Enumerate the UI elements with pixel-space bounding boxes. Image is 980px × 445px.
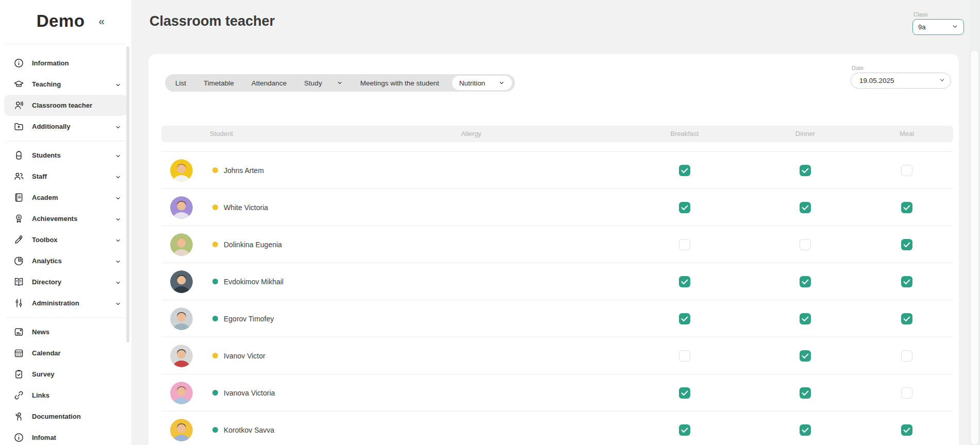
sidebar-item-links[interactable]: Links: [4, 385, 127, 406]
sidebar-item-news[interactable]: News: [4, 321, 127, 343]
breakfast-checkbox[interactable]: [679, 239, 690, 250]
sidebar-item-classroom-teacher[interactable]: Classroom teacher: [4, 95, 127, 116]
breakfast-checkbox[interactable]: [679, 276, 690, 287]
dinner-checkbox[interactable]: [800, 239, 811, 250]
date-select[interactable]: 19.05.2025: [851, 73, 951, 89]
dinner-checkbox[interactable]: [800, 313, 811, 324]
breakfast-checkbox[interactable]: [679, 350, 690, 362]
student-name: Korotkov Savva: [224, 426, 274, 434]
meal-checkbox[interactable]: [901, 202, 912, 213]
sidebar-item-achievements[interactable]: Achievements: [4, 208, 127, 229]
meal-checkbox[interactable]: [901, 313, 912, 324]
column-header-allergy: Allergy: [461, 130, 481, 138]
sidebar-item-analytics[interactable]: Analytics: [4, 250, 127, 271]
sidebar-item-label: Information: [32, 59, 69, 67]
sidebar-item-infomat[interactable]: Infomat: [4, 427, 127, 445]
table-row: Johns Artem: [161, 151, 953, 189]
sidebar-item-information[interactable]: Information: [4, 53, 127, 74]
sidebar-scrollbar[interactable]: [126, 46, 129, 343]
sidebar-item-staff[interactable]: Staff: [4, 166, 127, 187]
meal-checkbox[interactable]: [901, 424, 912, 436]
meal-checkbox[interactable]: [901, 387, 912, 399]
content-card: ListTimetableAttendanceStudyMeetings wit…: [148, 54, 959, 445]
sidebar-collapse-icon[interactable]: «: [98, 15, 105, 26]
sidebar-item-additionally[interactable]: Additionally: [4, 116, 127, 137]
sidebar-item-label: Teaching: [32, 80, 61, 88]
student-name: Egorov Timofey: [224, 315, 274, 323]
sidebar-item-calendar[interactable]: Calendar: [4, 343, 127, 364]
sidebar-item-label: Administration: [32, 299, 79, 307]
chevron-down-icon: [499, 80, 505, 86]
avatar: [170, 159, 193, 182]
infomat-icon: [13, 432, 24, 443]
additionally-icon: [13, 121, 24, 132]
dinner-checkbox[interactable]: [800, 350, 811, 362]
chevron-down-icon: [115, 173, 121, 182]
meal-checkbox[interactable]: [901, 165, 912, 176]
tab-label: Study: [304, 79, 322, 87]
page-title: Classroom teacher: [150, 13, 275, 29]
tab-list[interactable]: List: [167, 79, 195, 87]
dropdown-value: Nutrition: [459, 79, 485, 87]
sidebar-item-administration[interactable]: Administration: [4, 293, 127, 314]
avatar: [170, 382, 193, 404]
dinner-checkbox[interactable]: [800, 424, 811, 436]
sidebar-item-toolbox[interactable]: Toolbox: [4, 229, 127, 250]
chevron-down-icon: [337, 80, 343, 86]
tab-timetable[interactable]: Timetable: [195, 79, 243, 87]
dinner-checkbox[interactable]: [800, 165, 811, 176]
status-dot: [212, 390, 218, 396]
sidebar-item-label: Calendar: [32, 349, 61, 357]
sidebar-item-teaching[interactable]: Teaching: [4, 74, 127, 95]
breakfast-checkbox[interactable]: [679, 387, 690, 399]
chevron-down-icon: [952, 23, 958, 31]
dinner-checkbox[interactable]: [800, 276, 811, 287]
table-body: Johns ArtemWhite VictoriaDolinkina Eugen…: [161, 151, 953, 445]
tab-study[interactable]: Study: [295, 79, 352, 87]
breakfast-checkbox[interactable]: [679, 313, 690, 324]
tab-label: List: [175, 79, 186, 87]
breakfast-checkbox[interactable]: [679, 424, 690, 436]
nutrition-dropdown[interactable]: Nutrition: [452, 76, 512, 90]
meal-checkbox[interactable]: [901, 276, 912, 287]
tab-label: Timetable: [204, 79, 234, 87]
sidebar-item-documentation[interactable]: Documentation: [4, 406, 127, 427]
breakfast-checkbox[interactable]: [679, 202, 690, 213]
chevron-down-icon: [939, 77, 945, 85]
status-dot: [212, 242, 218, 247]
meal-checkbox[interactable]: [901, 350, 912, 362]
students-icon: [13, 150, 24, 161]
table-row: White Victoria: [161, 189, 953, 226]
sidebar-item-survey[interactable]: Survey: [4, 364, 127, 385]
sidebar-item-directory[interactable]: Directory: [4, 271, 127, 293]
sidebar-item-students[interactable]: Students: [4, 145, 127, 166]
table-row: Ivanov Victor: [161, 337, 953, 374]
page-scrollbar-thumb[interactable]: [970, 50, 979, 445]
documentation-icon: [13, 411, 24, 422]
breakfast-checkbox[interactable]: [679, 165, 690, 176]
chevron-down-icon: [115, 258, 121, 267]
meal-checkbox[interactable]: [901, 239, 912, 250]
class-select[interactable]: 9a: [912, 19, 964, 35]
chevron-down-icon: [115, 152, 121, 161]
tab-bar: ListTimetableAttendanceStudyMeetings wit…: [165, 74, 515, 92]
chevron-down-icon: [115, 123, 121, 132]
sidebar-item-label: Students: [32, 151, 61, 159]
status-dot: [212, 316, 218, 321]
tab-attendance[interactable]: Attendance: [243, 79, 295, 87]
student-name: Dolinkina Eugenia: [224, 241, 282, 249]
dinner-checkbox[interactable]: [800, 387, 811, 399]
table-row: Dolinkina Eugenia: [161, 226, 953, 263]
date-select-value: 19.05.2025: [859, 77, 894, 84]
sidebar-item-label: Infomat: [32, 434, 56, 441]
dinner-checkbox[interactable]: [800, 202, 811, 213]
date-field: Date 19.05.2025: [851, 65, 951, 89]
status-dot: [212, 204, 218, 210]
status-dot: [212, 167, 218, 173]
sidebar-item-label: Analytics: [32, 257, 62, 265]
info-icon: [13, 58, 24, 69]
table-header: Student Allergy Breakfast Dinner Meal: [161, 126, 953, 142]
sidebar-item-academ[interactable]: Academ: [4, 187, 127, 208]
status-dot: [212, 353, 218, 358]
tab-meetings-with-the-student[interactable]: Meetings with the student: [352, 79, 448, 87]
